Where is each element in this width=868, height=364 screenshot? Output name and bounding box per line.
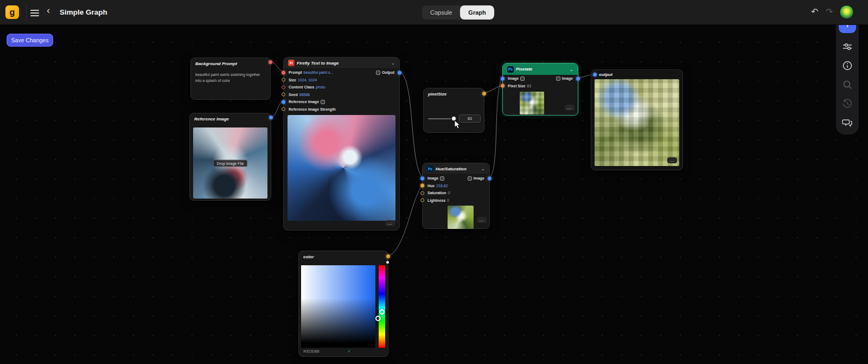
value-input[interactable]: 83 xyxy=(459,114,481,123)
hue-selector-handle[interactable] xyxy=(379,309,385,315)
hue-slider[interactable] xyxy=(379,265,385,348)
adjusted-thumbnail[interactable] xyxy=(448,206,474,229)
filters-icon[interactable] xyxy=(842,41,853,52)
param-value[interactable]: beautiful paint s... xyxy=(304,71,334,74)
output-port[interactable] xyxy=(269,116,273,119)
node-output[interactable]: output … xyxy=(591,69,683,170)
toggle-capsule[interactable]: Capsule xyxy=(422,5,460,20)
graph-canvas[interactable]: Save Changes Background Prompt beautiful… xyxy=(0,25,868,364)
search-icon[interactable] xyxy=(842,79,853,90)
param-row-seed[interactable]: Seed 88586 xyxy=(284,91,399,99)
prompt-text[interactable]: beautiful paint swirls swishing together… xyxy=(191,69,270,86)
reference-image-preview[interactable]: Drop Image File xyxy=(193,127,267,199)
param-row-lightness[interactable]: Lightness 0 xyxy=(423,197,489,205)
redo-icon[interactable]: ↷ xyxy=(826,7,833,17)
node-pixel-size[interactable]: pixelSize 83 xyxy=(423,88,484,133)
param-value[interactable]: 83 xyxy=(527,84,531,88)
node-header[interactable]: Ps Hue/Saturation ⌄ xyxy=(423,163,489,175)
param-row-reference-image[interactable]: Reference Image xyxy=(284,98,399,106)
input-port[interactable] xyxy=(420,191,424,195)
input-port[interactable] xyxy=(282,85,285,89)
pixelated-thumbnail[interactable] xyxy=(520,92,544,114)
input-port[interactable] xyxy=(282,78,285,82)
input-port[interactable] xyxy=(420,199,424,202)
node-reference-image[interactable]: Reference Image Drop Image File xyxy=(189,113,271,201)
node-header[interactable]: output xyxy=(591,70,682,79)
node-header[interactable]: Fl Firefly Text to Image ⌄ xyxy=(284,58,399,69)
node-header[interactable]: Reference Image xyxy=(190,113,271,125)
avatar[interactable] xyxy=(839,5,854,20)
param-row-size[interactable]: Size 1024, 1024 xyxy=(284,76,399,84)
node-firefly-text-to-image[interactable]: Fl Firefly Text to Image ⌄ Prompt beauti… xyxy=(283,57,400,231)
node-color[interactable]: color #0D3D88 ✓ xyxy=(298,251,388,357)
param-label: Lightness xyxy=(427,199,445,202)
input-port[interactable] xyxy=(420,184,424,188)
history-icon[interactable] xyxy=(842,98,853,109)
param-row-prompt[interactable]: Prompt beautiful paint s... Output xyxy=(284,69,399,76)
image-badge-icon xyxy=(520,76,525,81)
param-row-image[interactable]: Image Image xyxy=(503,75,578,82)
node-title: Hue/Saturation xyxy=(436,167,467,171)
input-port[interactable] xyxy=(420,176,424,180)
param-value[interactable]: 218.82 xyxy=(436,184,448,188)
info-icon[interactable] xyxy=(842,60,853,71)
node-background-prompt[interactable]: Background Prompt beautiful paint swirls… xyxy=(190,58,271,100)
menu-icon[interactable] xyxy=(30,8,39,17)
save-button[interactable]: Save Changes xyxy=(7,34,53,47)
param-row-reference-image-strength[interactable]: Reference Image Strength xyxy=(284,106,399,113)
node-header[interactable]: color xyxy=(299,251,388,263)
more-options-button[interactable]: … xyxy=(565,105,575,111)
chevron-down-icon[interactable]: ⌄ xyxy=(481,166,485,171)
input-port[interactable] xyxy=(282,107,285,111)
param-value[interactable]: photo xyxy=(316,85,326,89)
output-port[interactable] xyxy=(482,92,486,95)
saturation-value-area[interactable] xyxy=(301,265,375,348)
chevron-down-icon[interactable]: ⌄ xyxy=(569,67,573,72)
node-title: Background Prompt xyxy=(195,61,237,66)
input-port[interactable] xyxy=(593,73,597,76)
input-port[interactable] xyxy=(282,100,285,104)
slider-track[interactable] xyxy=(428,118,452,119)
node-pixelate[interactable]: Ps Pixelate ⌄ Image Image Pixel Size 83 … xyxy=(502,63,578,116)
node-header[interactable]: Ps Pixelate ⌄ xyxy=(503,63,578,75)
app-logo-icon[interactable]: g xyxy=(5,5,19,19)
input-port[interactable] xyxy=(282,71,285,74)
photoshop-icon: Ps xyxy=(427,165,433,172)
comments-icon[interactable] xyxy=(842,117,853,128)
input-port[interactable] xyxy=(501,76,505,80)
param-value[interactable]: 0 xyxy=(447,199,449,202)
drop-image-label: Drop Image File xyxy=(213,159,248,167)
param-row-image[interactable]: Image Image xyxy=(423,175,489,182)
param-row-content-class[interactable]: Content Class photo xyxy=(284,84,399,91)
back-icon[interactable]: ‹ xyxy=(47,4,50,16)
output-port[interactable] xyxy=(269,60,272,64)
node-hue-saturation[interactable]: Ps Hue/Saturation ⌄ Image Image Hue 218.… xyxy=(422,163,490,229)
node-header[interactable]: Background Prompt xyxy=(191,58,270,69)
generated-image-preview[interactable] xyxy=(288,115,395,221)
output-port[interactable] xyxy=(386,254,390,258)
hex-value[interactable]: #0D3D88 xyxy=(303,349,320,353)
output-port[interactable] xyxy=(398,71,401,74)
page-title: Simple Graph xyxy=(60,8,107,16)
output-label: Output xyxy=(382,71,394,74)
color-selector-handle[interactable] xyxy=(375,316,381,321)
param-row-pixel-size[interactable]: Pixel Size 83 xyxy=(503,82,578,90)
node-title: Reference Image xyxy=(194,117,229,122)
param-row-saturation[interactable]: Saturation 0 xyxy=(423,189,489,197)
undo-icon[interactable]: ↶ xyxy=(811,7,818,17)
more-options-button[interactable]: … xyxy=(667,157,677,163)
input-port[interactable] xyxy=(282,93,285,97)
more-options-button[interactable]: … xyxy=(477,217,487,223)
more-options-button[interactable]: … xyxy=(385,220,395,226)
output-port[interactable] xyxy=(576,76,580,80)
param-value[interactable]: 0 xyxy=(448,191,450,195)
toggle-graph[interactable]: Graph xyxy=(460,5,494,20)
node-header[interactable]: pixelSize xyxy=(424,88,484,100)
chevron-down-icon[interactable]: ⌄ xyxy=(391,60,395,66)
param-value[interactable]: 1024, 1024 xyxy=(298,78,317,82)
param-value[interactable]: 88586 xyxy=(299,93,310,97)
input-port[interactable] xyxy=(501,84,505,88)
param-row-hue[interactable]: Hue 218.82 xyxy=(423,182,489,190)
output-port[interactable] xyxy=(488,176,492,180)
output-image-preview[interactable] xyxy=(595,79,679,166)
